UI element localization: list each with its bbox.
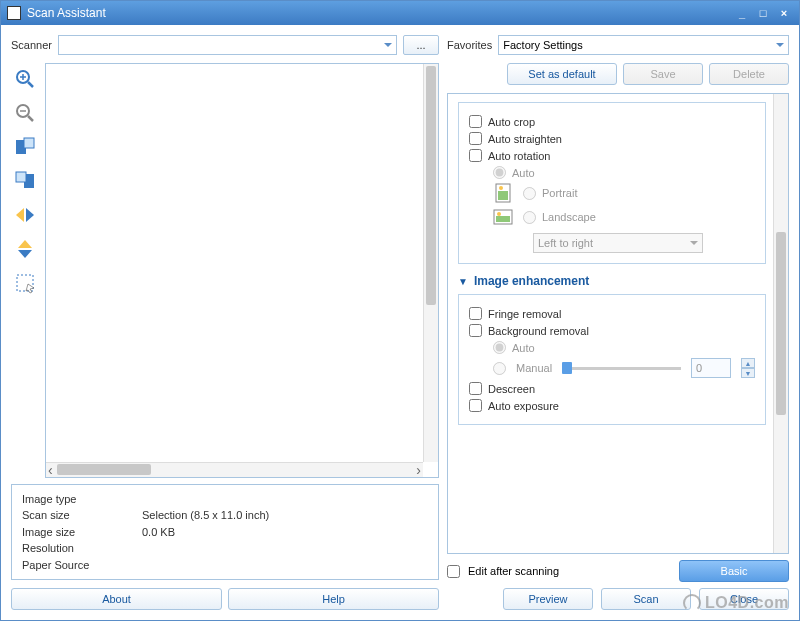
info-image-size-value: 0.0 KB <box>142 524 175 541</box>
info-paper-source-label: Paper Source <box>22 557 142 574</box>
rotation-auto-label: Auto <box>512 167 535 179</box>
background-removal-label: Background removal <box>488 325 589 337</box>
favorites-label: Favorites <box>447 39 492 51</box>
fringe-removal-label: Fringe removal <box>488 308 561 320</box>
favorites-select[interactable]: Factory Settings <box>498 35 789 55</box>
auto-exposure-label: Auto exposure <box>488 400 559 412</box>
svg-marker-12 <box>26 208 34 222</box>
svg-marker-14 <box>18 250 32 258</box>
descreen-checkbox[interactable] <box>469 382 482 395</box>
app-icon <box>7 6 21 20</box>
svg-point-22 <box>497 212 501 216</box>
portrait-icon <box>493 183 513 203</box>
scan-button[interactable]: Scan <box>601 588 691 610</box>
close-button[interactable]: × <box>775 5 793 21</box>
preview-canvas[interactable] <box>45 63 439 478</box>
auto-exposure-checkbox[interactable] <box>469 399 482 412</box>
auto-straighten-label: Auto straighten <box>488 133 562 145</box>
preview-button[interactable]: Preview <box>503 588 593 610</box>
info-image-type-label: Image type <box>22 491 142 508</box>
rotation-landscape-label: Landscape <box>542 211 596 223</box>
options-vscrollbar[interactable] <box>773 94 788 553</box>
svg-rect-18 <box>498 191 508 200</box>
preview-vscrollbar[interactable] <box>423 64 438 462</box>
mirror-vertical-icon[interactable] <box>11 235 39 263</box>
svg-line-5 <box>28 116 33 121</box>
svg-point-19 <box>499 186 503 190</box>
zoom-in-icon[interactable] <box>11 65 39 93</box>
window-title: Scan Assistant <box>27 6 730 20</box>
chevron-down-icon: ▼ <box>458 276 468 287</box>
background-removal-checkbox[interactable] <box>469 324 482 337</box>
zoom-out-icon[interactable] <box>11 99 39 127</box>
scan-info-panel: Image type Scan sizeSelection (8.5 x 11.… <box>11 484 439 581</box>
save-favorite-button[interactable]: Save <box>623 63 703 85</box>
svg-marker-11 <box>16 208 24 222</box>
maximize-button[interactable]: □ <box>754 5 772 21</box>
info-image-size-label: Image size <box>22 524 142 541</box>
preview-toolbar <box>11 63 39 478</box>
landscape-icon <box>493 207 513 227</box>
about-button[interactable]: About <box>11 588 222 610</box>
image-enhancement-label: Image enhancement <box>474 274 589 288</box>
svg-line-1 <box>28 82 33 87</box>
info-resolution-label: Resolution <box>22 540 142 557</box>
info-scan-size-label: Scan size <box>22 507 142 524</box>
descreen-label: Descreen <box>488 383 535 395</box>
svg-marker-13 <box>18 240 32 248</box>
preview-hscrollbar[interactable] <box>46 462 423 477</box>
bg-manual-label: Manual <box>516 362 552 374</box>
bg-auto-label: Auto <box>512 342 535 354</box>
rotation-landscape-radio <box>523 211 536 224</box>
image-enhancement-header[interactable]: ▼ Image enhancement <box>458 274 766 288</box>
info-scan-size-value: Selection (8.5 x 11.0 inch) <box>142 507 269 524</box>
set-default-button[interactable]: Set as default <box>507 63 617 85</box>
mirror-horizontal-icon[interactable] <box>11 201 39 229</box>
delete-favorite-button[interactable]: Delete <box>709 63 789 85</box>
title-bar: Scan Assistant _ □ × <box>1 1 799 25</box>
edit-after-scanning-label: Edit after scanning <box>468 565 671 577</box>
watermark-icon <box>683 594 701 612</box>
options-panel: Auto crop Auto straighten Auto rotation … <box>447 93 789 554</box>
svg-rect-21 <box>496 216 510 222</box>
fringe-removal-checkbox[interactable] <box>469 307 482 320</box>
help-button[interactable]: Help <box>228 588 439 610</box>
minimize-button[interactable]: _ <box>733 5 751 21</box>
bg-manual-radio <box>493 362 506 375</box>
rotation-auto-radio <box>493 166 506 179</box>
auto-straighten-checkbox[interactable] <box>469 132 482 145</box>
basic-mode-button[interactable]: Basic <box>679 560 789 582</box>
auto-group: Auto crop Auto straighten Auto rotation … <box>458 102 766 264</box>
edit-after-scanning-checkbox[interactable] <box>447 565 460 578</box>
auto-rotation-label: Auto rotation <box>488 150 550 162</box>
bg-manual-value: 0 <box>691 358 731 378</box>
svg-rect-10 <box>16 172 26 182</box>
watermark: LO4D.com <box>683 594 789 612</box>
marquee-select-icon[interactable] <box>11 269 39 297</box>
rotate-left-icon[interactable] <box>11 133 39 161</box>
rotation-direction-select: Left to right <box>533 233 703 253</box>
svg-marker-16 <box>26 284 34 293</box>
scanner-select[interactable] <box>58 35 397 55</box>
bg-manual-spinner: ▲▼ <box>741 358 755 378</box>
scanner-browse-button[interactable]: ... <box>403 35 439 55</box>
scanner-label: Scanner <box>11 39 52 51</box>
enhancement-group: Fringe removal Background removal Auto M… <box>458 294 766 425</box>
bg-manual-slider <box>562 367 681 370</box>
rotation-portrait-label: Portrait <box>542 187 577 199</box>
svg-rect-8 <box>24 138 34 148</box>
rotation-portrait-radio <box>523 187 536 200</box>
rotate-right-icon[interactable] <box>11 167 39 195</box>
auto-crop-label: Auto crop <box>488 116 535 128</box>
bg-auto-radio <box>493 341 506 354</box>
auto-rotation-checkbox[interactable] <box>469 149 482 162</box>
auto-crop-checkbox[interactable] <box>469 115 482 128</box>
